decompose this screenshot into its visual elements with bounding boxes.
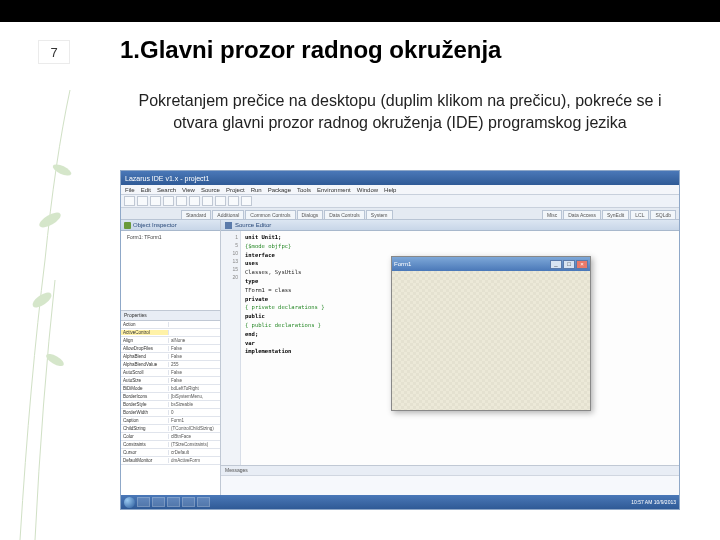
property-row[interactable]: AlignalNone — [121, 337, 220, 345]
property-name: BiDiMode — [121, 386, 169, 391]
property-value[interactable]: alNone — [169, 338, 220, 343]
inspector-title: Object Inspector — [133, 222, 177, 228]
property-value[interactable]: crDefault — [169, 450, 220, 455]
property-row[interactable]: BorderStylebsSizeable — [121, 401, 220, 409]
palette-tab[interactable]: Dialogs — [297, 210, 324, 219]
property-name: ChildSizing — [121, 426, 169, 431]
toolbar-button[interactable] — [137, 196, 148, 206]
palette-tab[interactable]: Common Controls — [245, 210, 295, 219]
property-row[interactable]: Constraints(TSizeConstraints) — [121, 441, 220, 449]
palette-tab[interactable]: Data Controls — [324, 210, 365, 219]
property-row[interactable]: AutoScrollFalse — [121, 369, 220, 377]
component-tree[interactable]: Form1: TForm1 — [121, 231, 220, 311]
taskbar-item[interactable] — [137, 497, 150, 507]
property-value[interactable]: clBtnFace — [169, 434, 220, 439]
palette-tab[interactable]: Standard — [181, 210, 211, 219]
property-row[interactable]: ColorclBtnFace — [121, 433, 220, 441]
toolbar-button[interactable] — [189, 196, 200, 206]
property-value[interactable]: dmActiveForm — [169, 458, 220, 463]
code-line: end; — [245, 331, 258, 337]
code-line: unit Unit1; — [245, 234, 281, 240]
property-name: Color — [121, 434, 169, 439]
menu-window[interactable]: Window — [357, 187, 378, 193]
property-row[interactable]: AlphaBlendValue255 — [121, 361, 220, 369]
svg-point-1 — [51, 162, 73, 178]
menu-view[interactable]: View — [182, 187, 195, 193]
palette-tab[interactable]: Data Access — [563, 210, 601, 219]
menu-package[interactable]: Package — [268, 187, 291, 193]
property-row[interactable]: BorderIcons[biSystemMenu, — [121, 393, 220, 401]
toolbar-button[interactable] — [228, 196, 239, 206]
code-line: {$mode objfpc} — [245, 243, 291, 249]
menu-environment[interactable]: Environment — [317, 187, 351, 193]
property-row[interactable]: AllowDropFilesFalse — [121, 345, 220, 353]
form-canvas[interactable] — [392, 271, 590, 410]
property-row[interactable]: Action — [121, 321, 220, 329]
menu-tools[interactable]: Tools — [297, 187, 311, 193]
property-row[interactable]: CaptionForm1 — [121, 417, 220, 425]
taskbar-item[interactable] — [182, 497, 195, 507]
menu-project[interactable]: Project — [226, 187, 245, 193]
toolbar-button[interactable] — [150, 196, 161, 206]
line-gutter: 1510131520 — [221, 231, 241, 465]
toolbar-button[interactable] — [215, 196, 226, 206]
property-value[interactable]: [biSystemMenu, — [169, 394, 220, 399]
menu-help[interactable]: Help — [384, 187, 396, 193]
menu-source[interactable]: Source — [201, 187, 220, 193]
close-button[interactable]: × — [576, 260, 588, 269]
code-line: interface — [245, 252, 275, 258]
property-row[interactable]: CursorcrDefault — [121, 449, 220, 457]
property-value[interactable]: False — [169, 346, 220, 351]
property-value[interactable]: False — [169, 378, 220, 383]
property-value[interactable]: False — [169, 354, 220, 359]
palette-tab[interactable]: LCL — [630, 210, 649, 219]
palette-tab[interactable]: Additional — [212, 210, 244, 219]
taskbar-item[interactable] — [167, 497, 180, 507]
palette-tab[interactable]: SynEdit — [602, 210, 629, 219]
menu-file[interactable]: File — [125, 187, 135, 193]
property-row[interactable]: BorderWidth0 — [121, 409, 220, 417]
object-inspector: Object Inspector Form1: TForm1 Propertie… — [121, 220, 221, 495]
property-row[interactable]: ChildSizing(TControlChildSizing) — [121, 425, 220, 433]
inspector-icon — [124, 222, 131, 229]
component-palette: Standard Additional Common Controls Dial… — [121, 208, 679, 220]
menu-edit[interactable]: Edit — [141, 187, 151, 193]
ide-menubar: File Edit Search View Source Project Run… — [121, 185, 679, 195]
palette-tab[interactable]: System — [366, 210, 393, 219]
property-name: Constraints — [121, 442, 169, 447]
property-row[interactable]: AutoSizeFalse — [121, 377, 220, 385]
start-button[interactable] — [124, 497, 135, 508]
property-value[interactable]: 0 — [169, 410, 220, 415]
toolbar-button[interactable] — [202, 196, 213, 206]
property-row[interactable]: BiDiModebdLeftToRight — [121, 385, 220, 393]
toolbar-button[interactable] — [241, 196, 252, 206]
toolbar-button[interactable] — [163, 196, 174, 206]
toolbar-button[interactable] — [124, 196, 135, 206]
tree-node[interactable]: Form1: TForm1 — [123, 233, 218, 241]
source-editor[interactable]: 1510131520 unit Unit1; {$mode objfpc} in… — [221, 231, 679, 465]
code-line: private — [245, 296, 268, 302]
property-value[interactable]: bsSizeable — [169, 402, 220, 407]
property-row[interactable]: ActiveControl — [121, 329, 220, 337]
property-row[interactable]: DefaultMonitordmActiveForm — [121, 457, 220, 465]
property-value[interactable]: bdLeftToRight — [169, 386, 220, 391]
maximize-button[interactable]: □ — [563, 260, 575, 269]
property-row[interactable]: AlphaBlendFalse — [121, 353, 220, 361]
property-value[interactable]: (TSizeConstraints) — [169, 442, 220, 447]
properties-grid[interactable]: ActionActiveControlAlignalNoneAllowDropF… — [121, 321, 220, 495]
property-name: AlphaBlendValue — [121, 362, 169, 367]
property-value[interactable]: Form1 — [169, 418, 220, 423]
property-value[interactable]: False — [169, 370, 220, 375]
toolbar-button[interactable] — [176, 196, 187, 206]
property-name: Align — [121, 338, 169, 343]
form-designer[interactable]: Form1 _ □ × — [391, 256, 591, 411]
taskbar-item[interactable] — [197, 497, 210, 507]
palette-tab[interactable]: SQLdb — [650, 210, 676, 219]
taskbar-item[interactable] — [152, 497, 165, 507]
menu-search[interactable]: Search — [157, 187, 176, 193]
palette-tab[interactable]: Misc — [542, 210, 562, 219]
menu-run[interactable]: Run — [251, 187, 262, 193]
property-value[interactable]: 255 — [169, 362, 220, 367]
property-value[interactable]: (TControlChildSizing) — [169, 426, 220, 431]
minimize-button[interactable]: _ — [550, 260, 562, 269]
